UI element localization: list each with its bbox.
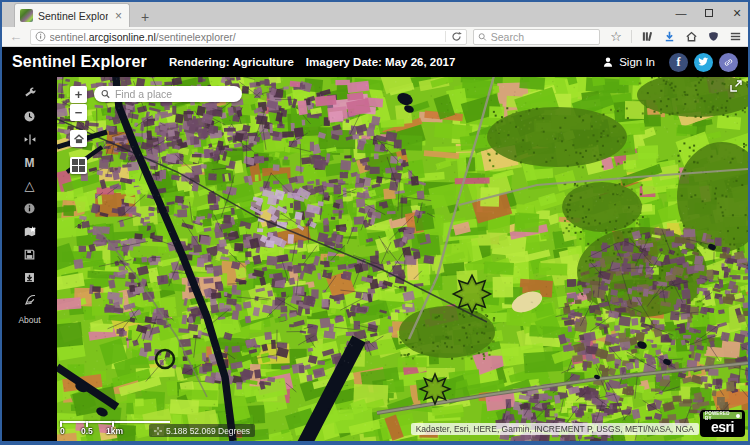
browser-search-field[interactable] [473, 29, 601, 45]
find-place-input[interactable] [115, 88, 235, 100]
user-icon [602, 56, 614, 68]
library-icon[interactable] [641, 30, 654, 43]
zoom-in-button[interactable]: + [70, 86, 87, 103]
window-maximize-button[interactable] [702, 6, 716, 20]
swipe-tool-icon[interactable] [2, 128, 57, 151]
bookmark-map-icon[interactable] [2, 220, 57, 243]
esri-logo: POWERED BY esri [700, 410, 745, 437]
twitter-bird-icon [698, 57, 709, 67]
window-minimize-button[interactable]: — [674, 6, 688, 20]
facebook-icon: f [677, 55, 681, 70]
link-icon [723, 57, 734, 68]
page-info-icon[interactable] [35, 31, 46, 42]
change-detection-triangle-icon[interactable]: △ [2, 174, 57, 197]
basemap-gallery-button[interactable] [70, 157, 87, 174]
app-header: Sentinel Explorer Rendering: Agriculture… [2, 47, 748, 77]
twitter-button[interactable] [694, 53, 713, 72]
toolbar-separator [631, 30, 632, 43]
time-clock-icon[interactable] [2, 105, 57, 128]
scale-one: 1km [106, 426, 123, 436]
bookmark-star-icon[interactable]: ☆ [610, 30, 622, 43]
sign-in-button[interactable]: Sign In [602, 56, 655, 68]
scale-zero: 0 [60, 426, 65, 436]
find-place-search[interactable] [94, 86, 242, 102]
browser-titlebar: Sentinel Explorer × + — × [2, 2, 748, 27]
esri-globe-dot [736, 414, 740, 418]
browser-tab[interactable]: Sentinel Explorer × [14, 3, 130, 27]
menu-hamburger-icon[interactable] [729, 30, 742, 43]
default-extent-home-button[interactable] [70, 130, 87, 147]
mask-m-icon[interactable]: M [2, 151, 57, 174]
browser-window: Sentinel Explorer × + — × ← sentinel.arc… [0, 0, 750, 445]
home-icon [73, 133, 85, 145]
info-icon[interactable] [2, 197, 57, 220]
scale-half: 0.5 [81, 426, 93, 436]
tab-title: Sentinel Explorer [38, 10, 108, 22]
rendering-label: Rendering: Agriculture [169, 56, 294, 68]
downloads-icon[interactable] [663, 30, 676, 43]
map-attribution: Kadaster, Esri, HERE, Garmin, INCREMENT … [411, 423, 699, 435]
crosshair-icon [154, 427, 162, 435]
window-close-button[interactable]: × [730, 6, 744, 20]
save-icon[interactable] [2, 243, 57, 266]
tab-close-icon[interactable]: × [113, 9, 124, 23]
back-icon[interactable]: ← [8, 29, 24, 44]
share-link-button[interactable] [719, 53, 738, 72]
search-icon [101, 89, 110, 99]
esri-wordmark: esri [703, 419, 742, 435]
browser-search-input[interactable] [491, 31, 596, 43]
url-text[interactable]: sentinel.arcgisonline.nl/sentinelexplore… [50, 31, 441, 43]
about-link[interactable]: About [18, 315, 40, 325]
reload-icon[interactable] [445, 31, 462, 42]
facebook-button[interactable]: f [669, 53, 688, 72]
imagery-date-label: Imagery Date: May 26, 2017 [306, 56, 456, 68]
map-canvas[interactable] [57, 77, 748, 441]
new-tab-button[interactable]: + [136, 9, 154, 25]
app-title: Sentinel Explorer [12, 53, 147, 71]
home-icon[interactable] [685, 30, 698, 43]
coordinates-readout: 5.188 52.069 Degrees [149, 424, 255, 437]
url-bar[interactable]: sentinel.arcgisonline.nl/sentinelexplore… [30, 29, 467, 45]
basemap-grid-icon [72, 159, 85, 172]
tool-sidebar: M △ About [2, 77, 57, 441]
download-icon[interactable] [2, 266, 57, 289]
zoom-out-button[interactable]: − [70, 104, 87, 121]
browser-navbar: ← sentinel.arcgisonline.nl/sentinelexplo… [2, 27, 748, 47]
expand-icon[interactable] [729, 79, 743, 97]
tools-wrench-icon[interactable] [2, 82, 57, 105]
feather-draw-icon[interactable] [2, 289, 57, 312]
search-icon [478, 32, 487, 42]
map-viewport[interactable]: + − 0 0. [57, 77, 748, 441]
account-shield-icon[interactable] [707, 30, 720, 43]
site-favicon [20, 9, 33, 22]
